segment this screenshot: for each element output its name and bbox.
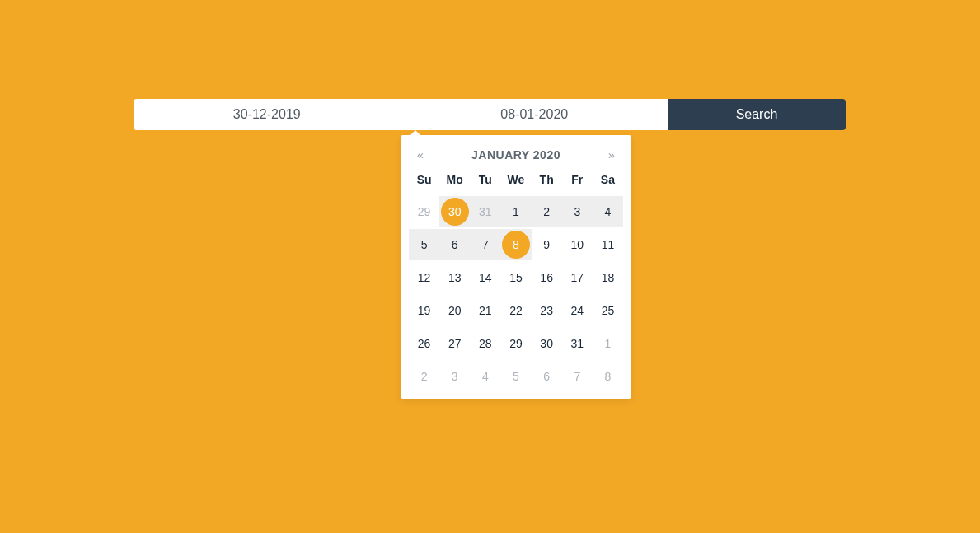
calendar-day[interactable]: 24 — [562, 295, 593, 326]
calendar-day[interactable]: 26 — [409, 328, 439, 359]
calendar-day[interactable]: 8 — [500, 229, 531, 260]
next-month-button[interactable]: » — [603, 148, 620, 161]
calendar-day[interactable]: 30 — [439, 196, 470, 227]
calendar-day[interactable]: 21 — [470, 295, 500, 326]
calendar-day[interactable]: 31 — [562, 328, 593, 359]
dow-label: Sa — [593, 173, 623, 194]
dow-label: Su — [409, 173, 439, 194]
calendar-day[interactable]: 19 — [409, 295, 439, 326]
dow-label: Tu — [470, 173, 500, 194]
calendar-day[interactable]: 11 — [593, 229, 623, 260]
calendar-day[interactable]: 5 — [500, 361, 531, 392]
calendar-day[interactable]: 5 — [409, 229, 439, 260]
calendar-day[interactable]: 10 — [562, 229, 593, 260]
dow-label: Mo — [439, 173, 470, 194]
calendar-day[interactable]: 6 — [439, 229, 470, 260]
calendar-day[interactable]: 20 — [439, 295, 470, 326]
calendar-day[interactable]: 7 — [470, 229, 500, 260]
calendar-header: « JANUARY 2020 » — [409, 143, 623, 161]
calendar-day[interactable]: 16 — [532, 262, 562, 293]
calendar-day[interactable]: 28 — [470, 328, 500, 359]
calendar-day[interactable]: 4 — [470, 361, 500, 392]
calendar-popup: « JANUARY 2020 » SuMoTuWeThFrSa293031123… — [401, 135, 631, 399]
calendar-day[interactable]: 18 — [593, 262, 623, 293]
calendar-day[interactable]: 7 — [562, 361, 593, 392]
dow-label: Th — [532, 173, 562, 194]
calendar-day[interactable]: 8 — [593, 361, 623, 392]
calendar-day[interactable]: 17 — [562, 262, 593, 293]
calendar-day[interactable]: 13 — [439, 262, 470, 293]
search-bar: Search — [134, 99, 846, 130]
calendar-day[interactable]: 30 — [532, 328, 562, 359]
calendar-day[interactable]: 12 — [409, 262, 439, 293]
calendar-day[interactable]: 14 — [470, 262, 500, 293]
calendar-day[interactable]: 2 — [532, 196, 562, 227]
calendar-day[interactable]: 4 — [593, 196, 623, 227]
calendar-day[interactable]: 3 — [562, 196, 593, 227]
end-date-input[interactable] — [401, 99, 668, 130]
calendar-day[interactable]: 15 — [500, 262, 531, 293]
calendar-day[interactable]: 3 — [439, 361, 470, 392]
calendar-day[interactable]: 29 — [500, 328, 531, 359]
calendar-day[interactable]: 29 — [409, 196, 439, 227]
search-button[interactable]: Search — [668, 99, 846, 130]
calendar-day[interactable]: 2 — [409, 361, 439, 392]
calendar-day[interactable]: 1 — [500, 196, 531, 227]
calendar-day[interactable]: 9 — [532, 229, 562, 260]
calendar-day[interactable]: 31 — [470, 196, 500, 227]
start-date-input[interactable] — [134, 99, 401, 130]
dow-label: Fr — [562, 173, 593, 194]
calendar-title: JANUARY 2020 — [429, 148, 603, 161]
prev-month-button[interactable]: « — [412, 148, 429, 161]
dow-label: We — [500, 173, 531, 194]
calendar-day[interactable]: 27 — [439, 328, 470, 359]
calendar-day[interactable]: 1 — [593, 328, 623, 359]
calendar-day[interactable]: 25 — [593, 295, 623, 326]
calendar-grid: SuMoTuWeThFrSa29303112345678910111213141… — [409, 173, 623, 392]
calendar-day[interactable]: 22 — [500, 295, 531, 326]
calendar-day[interactable]: 23 — [532, 295, 562, 326]
calendar-day[interactable]: 6 — [532, 361, 562, 392]
